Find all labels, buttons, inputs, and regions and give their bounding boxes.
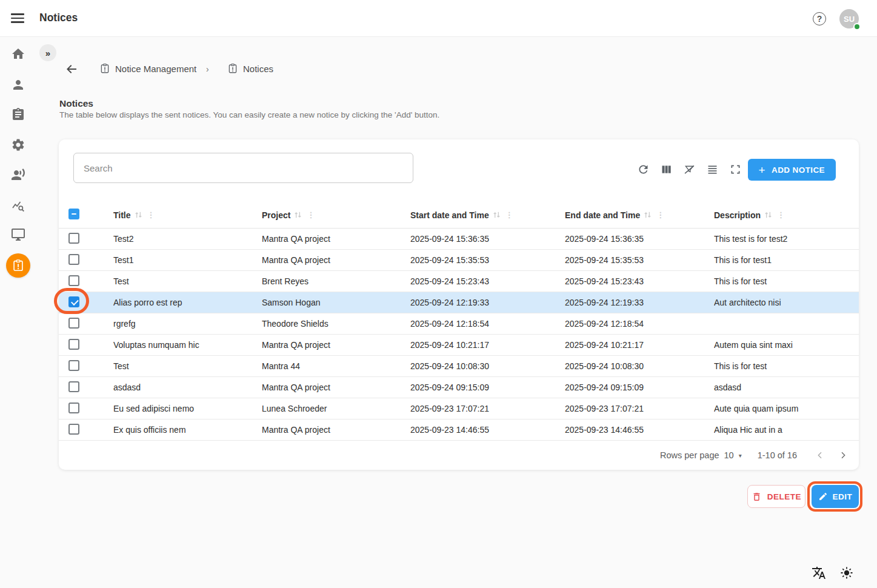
notices-card: + ADD NOTICE Title ⋮ Project ⋮ Start dat… (59, 139, 859, 470)
edit-button[interactable]: EDIT (812, 485, 859, 508)
prev-page-button[interactable] (813, 448, 827, 463)
cell-title: Test (113, 276, 262, 286)
announcer-icon[interactable] (11, 167, 25, 182)
sort-icon[interactable] (134, 210, 143, 219)
column-header-label: Description (714, 210, 761, 220)
cell-title: Test1 (113, 255, 262, 265)
table-toolbar (636, 162, 742, 176)
column-header[interactable]: Start date and Time ⋮ (410, 210, 565, 220)
row-checkbox[interactable] (68, 296, 79, 307)
column-menu-icon[interactable]: ⋮ (146, 210, 156, 219)
rows-per-page-select[interactable]: Rows per page 10 ▾ (660, 450, 742, 460)
column-header[interactable]: Description ⋮ (714, 210, 859, 220)
online-status-dot (853, 23, 861, 30)
breadcrumb-separator: › (206, 64, 209, 74)
select-all-checkbox[interactable] (68, 209, 79, 219)
monitor-icon[interactable] (11, 227, 25, 242)
fullscreen-icon[interactable] (728, 162, 742, 176)
column-header[interactable]: End date and Time ⋮ (565, 210, 714, 220)
sidebar-expand-button[interactable]: » (39, 44, 56, 61)
table-row[interactable]: Voluptas numquam hic Mantra QA project 2… (59, 335, 859, 356)
back-arrow-icon[interactable] (64, 62, 79, 76)
table-row[interactable]: Test Brent Reyes 2025-09-24 15:23:43 202… (59, 271, 859, 292)
avatar[interactable]: SU (839, 9, 859, 28)
cell-end-date: 2025-09-23 17:07:21 (565, 404, 714, 413)
sort-icon[interactable] (293, 210, 302, 219)
row-checkbox[interactable] (68, 339, 79, 350)
column-header[interactable]: Project ⋮ (262, 210, 410, 220)
cell-title: asdasd (113, 383, 262, 392)
help-icon[interactable]: ? (813, 12, 826, 25)
cell-title: Test2 (113, 234, 262, 244)
column-menu-icon[interactable]: ⋮ (504, 210, 515, 219)
sort-icon[interactable] (492, 210, 501, 219)
cell-description: asdasd (714, 383, 859, 392)
hamburger-icon[interactable] (11, 12, 25, 25)
row-checkbox[interactable] (68, 403, 79, 413)
home-icon[interactable] (11, 47, 25, 61)
cell-project: Mantra QA project (262, 255, 410, 265)
cell-project: Samson Hogan (262, 298, 410, 307)
filter-off-icon[interactable] (682, 162, 696, 176)
column-menu-icon[interactable]: ⋮ (776, 210, 786, 219)
trash-icon (752, 492, 762, 502)
row-checkbox[interactable] (68, 381, 79, 392)
cell-project: Mantra QA project (262, 340, 410, 350)
brightness-icon[interactable] (839, 566, 854, 580)
cell-start-date: 2025-09-24 12:19:33 (410, 298, 565, 307)
column-header[interactable]: Title ⋮ (113, 210, 262, 220)
rows-per-page-label: Rows per page (660, 450, 719, 460)
breadcrumb-label: Notices (243, 64, 273, 74)
cell-end-date: 2025-09-24 15:23:43 (565, 276, 714, 286)
sort-icon[interactable] (764, 210, 773, 219)
table-body: Test2 Mantra QA project 2025-09-24 15:36… (59, 229, 859, 441)
breadcrumb-notices[interactable]: Notices (227, 63, 273, 74)
table-row[interactable]: Test Mantra 44 2025-09-24 10:08:30 2025-… (59, 356, 859, 377)
row-checkbox[interactable] (68, 424, 79, 435)
column-header-label: Title (113, 210, 131, 220)
person-icon[interactable] (11, 78, 25, 92)
cell-end-date: 2025-09-24 10:08:30 (565, 361, 714, 371)
table-row[interactable]: asdasd Mantra QA project 2025-09-24 09:1… (59, 377, 859, 398)
next-page-button[interactable] (836, 448, 850, 463)
cell-start-date: 2025-09-24 09:15:09 (410, 383, 565, 392)
cell-end-date: 2025-09-24 15:36:35 (565, 234, 714, 244)
column-menu-icon[interactable]: ⋮ (655, 210, 665, 219)
plus-icon: + (759, 164, 766, 176)
row-checkbox[interactable] (68, 233, 79, 244)
table-row[interactable]: Test1 Mantra QA project 2025-09-24 15:35… (59, 250, 859, 271)
row-checkbox[interactable] (68, 275, 79, 286)
breadcrumb-notice-management[interactable]: Notice Management (99, 63, 196, 74)
cell-end-date: 2025-09-24 12:19:33 (565, 298, 714, 307)
delete-button[interactable]: DELETE (747, 485, 805, 508)
table-row[interactable]: Eu sed adipisci nemo Lunea Schroeder 202… (59, 398, 859, 419)
sort-icon[interactable] (643, 210, 652, 219)
refresh-icon[interactable] (636, 162, 650, 176)
cell-description: This test is for test2 (714, 234, 859, 244)
row-checkbox[interactable] (68, 318, 79, 329)
row-checkbox[interactable] (68, 360, 79, 371)
cell-project: Mantra QA project (262, 383, 410, 392)
sidebar-item-notices-active[interactable] (6, 253, 30, 278)
cell-description: Aute quia quam ipsum (714, 404, 859, 413)
row-checkbox[interactable] (68, 254, 79, 265)
table-row[interactable]: Test2 Mantra QA project 2025-09-24 15:36… (59, 229, 859, 250)
column-header-label: End date and Time (565, 210, 640, 220)
add-notice-button[interactable]: + ADD NOTICE (748, 159, 836, 181)
cell-title: Eu sed adipisci nemo (113, 404, 262, 413)
column-menu-icon[interactable]: ⋮ (305, 210, 316, 219)
table-row[interactable]: Ex quis officiis nem Mantra QA project 2… (59, 419, 859, 441)
page-subtitle: The table below displays the sent notice… (59, 110, 439, 119)
table-row[interactable]: rgrefg Theodore Shields 2025-09-24 12:18… (59, 313, 859, 335)
density-icon[interactable] (705, 162, 719, 176)
pencil-icon (818, 492, 828, 501)
search-input[interactable] (73, 153, 413, 183)
gear-icon[interactable] (11, 138, 25, 152)
cell-project: Lunea Schroeder (262, 404, 410, 413)
analytics-search-icon[interactable] (11, 199, 25, 213)
clipboard-icon[interactable] (11, 107, 25, 122)
table-header: Title ⋮ Project ⋮ Start date and Time ⋮ … (59, 202, 859, 229)
translate-icon[interactable] (812, 566, 826, 580)
table-row[interactable]: Alias porro est rep Samson Hogan 2025-09… (59, 292, 859, 313)
columns-icon[interactable] (659, 162, 673, 176)
